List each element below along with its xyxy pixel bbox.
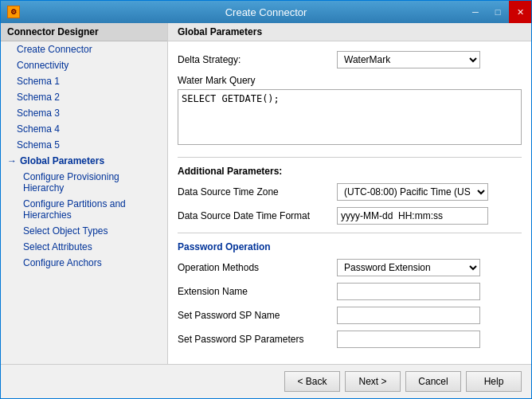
cancel-button[interactable]: Cancel xyxy=(405,371,461,392)
content-body: Delta Strategy: WaterMarkNoneTimestamp W… xyxy=(168,41,531,364)
timezone-select[interactable]: (UTC-08:00) Pacific Time (US & C... xyxy=(337,183,488,201)
sidebar-item-global-parameters[interactable]: Global Parameters xyxy=(1,153,167,169)
sidebar-item-schema-4[interactable]: Schema 4 xyxy=(1,121,167,137)
extension-name-row: Extension Name xyxy=(178,283,522,300)
sidebar-item-select-attributes[interactable]: Select Attributes xyxy=(1,239,167,255)
sidebar-item-schema-1[interactable]: Schema 1 xyxy=(1,73,167,89)
watermark-query-textarea-row: SELECT GETDATE(); xyxy=(178,89,522,147)
sidebar-item-create-connector[interactable]: Create Connector xyxy=(1,41,167,57)
main-window: ⚙ Create Connector ─ □ ✕ Connector Desig… xyxy=(0,0,532,399)
sidebar-item-configure-anchors[interactable]: Configure Anchors xyxy=(1,255,167,271)
extension-name-control xyxy=(337,283,522,300)
back-button[interactable]: < Back xyxy=(284,371,340,392)
delta-strategy-row: Delta Strategy: WaterMarkNoneTimestamp xyxy=(178,51,522,68)
password-operation-title: Password Operation xyxy=(178,241,522,252)
help-button[interactable]: Help xyxy=(466,371,522,392)
operation-methods-select[interactable]: Password ExtensionNone xyxy=(337,259,480,276)
operation-methods-label: Operation Methods xyxy=(178,262,337,273)
set-password-sp-name-row: Set Password SP Name xyxy=(178,307,522,324)
datetime-format-row: Data Source Date Time Format xyxy=(178,207,522,225)
sidebar-header: Connector Designer xyxy=(1,23,167,41)
watermark-query-label: Water Mark Query xyxy=(178,75,256,86)
sidebar-item-configure-provisioning[interactable]: Configure Provisioning Hierarchy xyxy=(1,169,167,196)
content-header: Global Parameters xyxy=(168,23,531,41)
next-button[interactable]: Next > xyxy=(345,371,401,392)
content-area: Global Parameters Delta Strategy: WaterM… xyxy=(168,23,531,364)
timezone-label: Data Source Time Zone xyxy=(178,186,337,198)
divider-2 xyxy=(178,233,522,233)
sidebar-item-schema-2[interactable]: Schema 2 xyxy=(1,89,167,105)
title-bar: ⚙ Create Connector ─ □ ✕ xyxy=(1,1,531,23)
sidebar-item-schema-3[interactable]: Schema 3 xyxy=(1,105,167,121)
title-controls: ─ □ ✕ xyxy=(464,1,531,23)
maximize-button[interactable]: □ xyxy=(487,1,509,23)
divider-1 xyxy=(178,157,522,158)
main-content: Connector Designer Create Connector Conn… xyxy=(1,23,531,364)
sidebar-item-schema-5[interactable]: Schema 5 xyxy=(1,137,167,153)
extension-name-label: Extension Name xyxy=(178,286,337,297)
sidebar-item-select-object-types[interactable]: Select Object Types xyxy=(1,223,167,239)
window-title: Create Connector xyxy=(225,6,307,18)
datetime-format-label: Data Source Date Time Format xyxy=(178,210,337,221)
set-password-sp-params-label: Set Password SP Parameters xyxy=(178,334,337,345)
delta-strategy-select[interactable]: WaterMarkNoneTimestamp xyxy=(337,51,480,68)
footer: < Back Next > Cancel Help xyxy=(1,364,531,398)
sidebar-item-connectivity[interactable]: Connectivity xyxy=(1,57,167,73)
timezone-control: (UTC-08:00) Pacific Time (US & C... xyxy=(337,183,522,201)
sidebar: Connector Designer Create Connector Conn… xyxy=(1,23,168,364)
operation-methods-row: Operation Methods Password ExtensionNone xyxy=(178,259,522,276)
datetime-format-input[interactable] xyxy=(337,207,488,225)
additional-parameters-label: Additional Parameters: xyxy=(178,166,522,177)
datetime-format-control xyxy=(337,207,522,225)
minimize-button[interactable]: ─ xyxy=(464,1,487,23)
set-password-sp-params-row: Set Password SP Parameters xyxy=(178,331,522,348)
extension-name-input[interactable] xyxy=(337,283,480,300)
operation-methods-control: Password ExtensionNone xyxy=(337,259,522,276)
watermark-query-textarea[interactable]: SELECT GETDATE(); xyxy=(178,89,522,145)
app-icon: ⚙ xyxy=(7,6,20,18)
set-password-sp-params-control xyxy=(337,331,522,348)
set-password-sp-name-control xyxy=(337,307,522,324)
set-password-sp-name-label: Set Password SP Name xyxy=(178,310,337,321)
timezone-row: Data Source Time Zone (UTC-08:00) Pacifi… xyxy=(178,183,522,201)
delta-strategy-control: WaterMarkNoneTimestamp xyxy=(337,51,522,68)
delta-strategy-label: Delta Strategy: xyxy=(178,54,337,65)
close-button[interactable]: ✕ xyxy=(509,1,531,23)
sidebar-item-configure-partitions[interactable]: Configure Partitions and Hierarchies xyxy=(1,196,167,223)
set-password-sp-params-input[interactable] xyxy=(337,331,480,348)
set-password-sp-name-input[interactable] xyxy=(337,307,480,324)
watermark-query-label-row: Water Mark Query xyxy=(178,75,522,86)
